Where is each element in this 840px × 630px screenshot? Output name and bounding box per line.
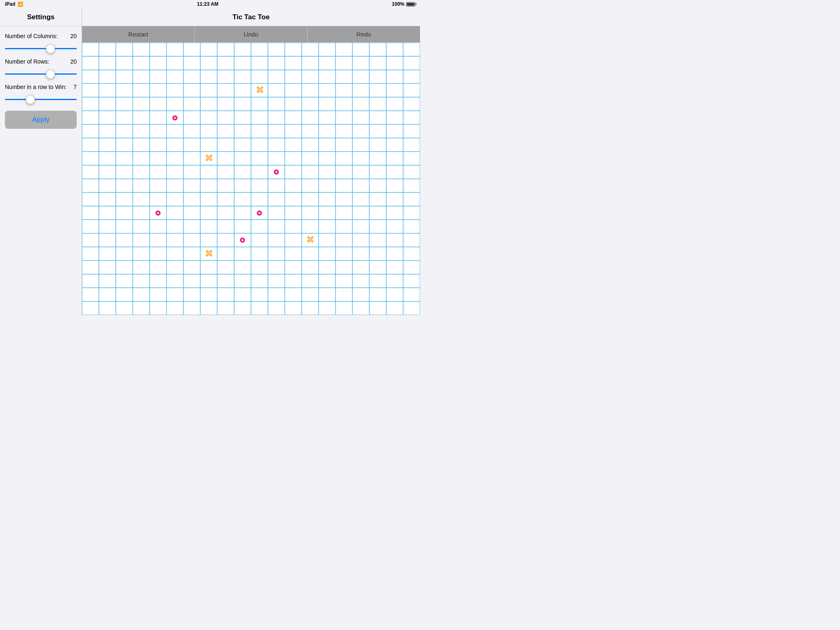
rows-slider[interactable]	[5, 73, 77, 75]
rows-label: Number of Rows:	[5, 58, 49, 65]
win-value: 7	[73, 84, 77, 90]
redo-button[interactable]: Redo	[308, 26, 420, 42]
columns-label: Number of Columns:	[5, 33, 57, 39]
wifi-icon: 📶	[18, 2, 23, 7]
grid-canvas	[82, 43, 420, 315]
columns-value: 20	[70, 33, 77, 39]
battery-label: 100%	[392, 1, 404, 7]
status-bar-left: iPad 📶	[5, 1, 23, 7]
status-bar-right: 100%	[392, 1, 415, 7]
game-area: Restart Undo Redo ✕○✕○○○○✕✕	[82, 26, 420, 315]
header-row: Settings Tic Tac Toe	[0, 8, 420, 26]
main-content: Number of Columns: 20 Number of Rows: 20…	[0, 26, 420, 315]
status-bar-time: 11:23 AM	[197, 1, 218, 7]
win-setting-row: Number in a row to Win: 7	[5, 84, 77, 90]
columns-slider-container	[5, 43, 77, 51]
battery-fill	[407, 3, 414, 6]
settings-panel-title: Settings	[0, 8, 82, 26]
restart-button[interactable]: Restart	[82, 26, 195, 42]
columns-slider[interactable]	[5, 48, 77, 49]
win-slider-container	[5, 94, 77, 102]
status-bar: iPad 📶 11:23 AM 100%	[0, 0, 420, 8]
win-slider[interactable]	[5, 99, 77, 100]
battery-icon	[406, 2, 415, 7]
grid-wrapper[interactable]: ✕○✕○○○○✕✕	[82, 43, 420, 315]
apply-button[interactable]: Apply	[5, 111, 77, 129]
rows-slider-container	[5, 69, 77, 76]
rows-value: 20	[70, 58, 77, 65]
win-label: Number in a row to Win:	[5, 84, 66, 90]
undo-button[interactable]: Undo	[195, 26, 308, 42]
settings-panel: Number of Columns: 20 Number of Rows: 20…	[0, 26, 82, 315]
device-label: iPad	[5, 1, 15, 7]
rows-setting-row: Number of Rows: 20	[5, 58, 77, 65]
action-buttons: Restart Undo Redo	[82, 26, 420, 43]
columns-setting-row: Number of Columns: 20	[5, 33, 77, 39]
game-title: Tic Tac Toe	[82, 8, 420, 26]
